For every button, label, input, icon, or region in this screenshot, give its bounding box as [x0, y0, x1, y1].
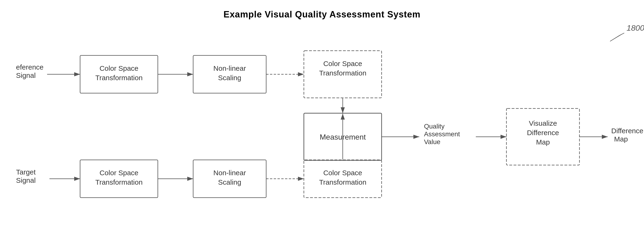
diff-map-label1: Difference	[611, 127, 643, 135]
cst-tgt-text1: Color Space	[100, 169, 138, 177]
nls-tgt-text2: Scaling	[218, 178, 241, 186]
tgt-signal-label2: Signal	[16, 176, 36, 184]
visualize-text3: Map	[536, 138, 550, 146]
diagram-svg: eference Signal Color Space Transformati…	[0, 0, 644, 237]
diff-map-label2: Map	[614, 135, 628, 143]
nls-tgt-text1: Non-linear	[214, 169, 246, 177]
diagram-ref-label: 1800	[626, 23, 644, 32]
visualize-box	[506, 108, 580, 165]
nls-ref-text2: Scaling	[218, 74, 241, 82]
visualize-text2: Difference	[527, 129, 559, 137]
ref-signal-label: eference	[16, 63, 44, 71]
quality-label1: Quality	[424, 123, 444, 130]
visualize-text1: Visualize	[529, 119, 557, 127]
cst-tgt2-text1: Color Space	[323, 169, 362, 177]
ref-signal-label2: Signal	[16, 72, 36, 79]
quality-label3: Value	[424, 138, 440, 145]
nls-ref-text1: Non-linear	[214, 64, 246, 72]
cst-ref2-text2: Transformation	[319, 69, 366, 77]
cst-ref-text2: Transformation	[96, 74, 143, 82]
tgt-signal-label1: Target	[16, 168, 36, 176]
quality-label2: Assessment	[424, 130, 460, 138]
cst-tgt2-text2: Transformation	[319, 178, 366, 186]
cst-ref2-text1: Color Space	[323, 60, 362, 67]
diagram-container: Example Visual Quality Assessment System…	[0, 0, 644, 237]
cst-ref-text1: Color Space	[100, 64, 138, 72]
cst-tgt-text2: Transformation	[96, 178, 143, 186]
